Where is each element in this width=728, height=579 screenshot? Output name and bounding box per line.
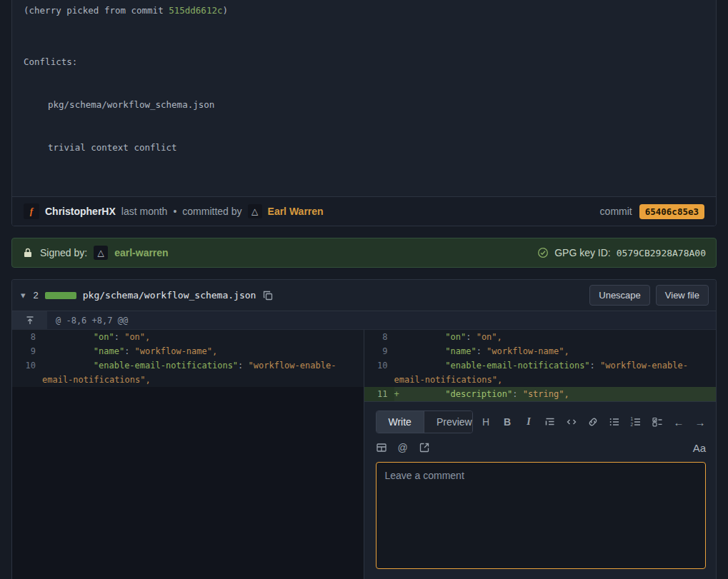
author-name[interactable]: ChristopherHX: [45, 206, 116, 217]
diff-file-box: ▾ 2 pkg/schema/workflow_schema.json Unes…: [11, 279, 717, 579]
file-actions: Unescape View file: [589, 285, 709, 306]
cherry-pick-text: (cherry picked from commit: [24, 5, 169, 16]
commit-box: feat: allow workflow description (#5326)…: [11, 0, 717, 226]
cross-reference-icon: [419, 442, 430, 453]
diff-row: 10 "enable-email-notifications": "workfl…: [12, 358, 364, 387]
diff-left-side: 8 "on": "on", 9 "name": "workflow-name",…: [12, 330, 364, 579]
conflicts-title: Conflicts:: [24, 55, 704, 69]
line-number-new[interactable]: 11: [364, 387, 394, 401]
code-line: "name": "workflow-name",: [42, 344, 364, 358]
diff-row: 9 "name": "workflow-name",: [12, 344, 364, 358]
line-number-new[interactable]: 9: [364, 344, 394, 358]
table-icon: [376, 442, 387, 453]
separator-dot: •: [173, 206, 176, 217]
file-header: ▾ 2 pkg/schema/workflow_schema.json Unes…: [12, 280, 716, 311]
diff-row: 8 "on": "on",: [12, 330, 364, 344]
bullet-list-icon: [609, 416, 620, 428]
italic-button[interactable]: I: [523, 416, 534, 428]
conflicts-note: trivial context conflict: [24, 141, 704, 155]
write-tab[interactable]: Write: [377, 411, 424, 433]
empty-diff-cell: [12, 387, 364, 579]
diff-row-added: 11 + "description": "string",: [364, 387, 717, 401]
signature-bar: Signed by: △ earl-warren GPG key ID: 057…: [11, 238, 717, 268]
commit-message: Otherwise act would reject such workflow…: [12, 0, 716, 196]
gpg-key-value: 0579CB2928A78A00: [617, 248, 706, 258]
diff-row: 8 "on": "on",: [364, 330, 717, 344]
cherry-pick-line: (cherry picked from commit 515dd6612c): [24, 4, 704, 18]
file-changes-count: 2: [34, 290, 39, 301]
code-line: + "description": "string",: [394, 387, 717, 401]
diff-row: 10 "enable-email-notifications": "workfl…: [364, 358, 717, 387]
signer-name[interactable]: earl-warren: [114, 247, 168, 258]
redo-button[interactable]: →: [694, 416, 706, 428]
cherry-pick-close: ): [222, 5, 228, 16]
verified-shield-icon: [537, 247, 549, 258]
mention-button[interactable]: @: [397, 441, 409, 454]
numbered-list-button[interactable]: 12: [630, 416, 642, 428]
undo-button[interactable]: ←: [673, 416, 684, 428]
signer-avatar[interactable]: △: [94, 246, 108, 260]
file-path: pkg/schema/workflow_schema.json: [83, 290, 256, 301]
unescape-button[interactable]: Unescape: [589, 285, 650, 306]
comment-textarea[interactable]: [376, 462, 707, 569]
quote-icon: [544, 416, 556, 428]
editor-tabs: Write Preview: [376, 411, 474, 433]
line-number-new[interactable]: 10: [364, 358, 394, 373]
bullet-list-button[interactable]: [609, 416, 620, 428]
committer-avatar[interactable]: △: [248, 204, 262, 218]
markdown-toolbar: H B I: [480, 416, 706, 428]
collapse-file-icon[interactable]: ▾: [19, 290, 27, 301]
bold-button[interactable]: B: [502, 416, 513, 428]
heading-button[interactable]: H: [480, 416, 492, 428]
expand-hunk-button[interactable]: [12, 311, 47, 329]
line-number-old[interactable]: 9: [12, 344, 42, 358]
line-number-old[interactable]: 8: [12, 330, 42, 344]
diff-right-side: 8 "on": "on", 9 "name": "workflow-name",…: [364, 330, 717, 579]
commit-time: last month: [121, 206, 168, 217]
quote-button[interactable]: [544, 416, 556, 428]
commit-label: commit: [600, 206, 632, 217]
code-line: "on": "on",: [42, 330, 364, 344]
reference-button[interactable]: [419, 441, 430, 454]
preview-tab[interactable]: Preview: [424, 411, 473, 433]
line-number-new[interactable]: 8: [364, 330, 394, 344]
code-icon: [566, 416, 577, 428]
cherry-pick-hash-link[interactable]: 515dd6612c: [169, 5, 222, 16]
link-button[interactable]: [587, 416, 599, 428]
committer-avatar-glyph: △: [251, 206, 258, 216]
text-style-toggle[interactable]: Aa: [693, 442, 706, 454]
view-file-button[interactable]: View file: [656, 285, 709, 306]
file-diff-stat-bar: [45, 292, 76, 299]
editor-top-row: Write Preview H B I: [376, 411, 707, 433]
inline-comment-editor: Write Preview H B I: [364, 401, 717, 579]
table-button[interactable]: [376, 441, 387, 454]
task-list-button[interactable]: [652, 416, 663, 428]
gpg-key-label: GPG key ID:: [554, 247, 611, 258]
commit-sha-badge[interactable]: 65406c85e3: [639, 204, 704, 219]
code-line: "enable-email-notifications": "workflow-…: [42, 358, 364, 387]
link-icon: [587, 416, 599, 428]
code-line: "enable-email-notifications": "workflow-…: [394, 358, 717, 387]
author-avatar-glyph: f: [30, 206, 33, 217]
gpg-info: GPG key ID: 0579CB2928A78A00: [537, 247, 706, 258]
commit-author-bar: f ChristopherHX last month • committed b…: [12, 196, 716, 226]
code-line: "on": "on",: [394, 330, 717, 344]
line-number-old[interactable]: 10: [12, 358, 42, 373]
svg-text:1: 1: [631, 416, 634, 421]
conflicts-file: pkg/schema/workflow_schema.json: [24, 98, 704, 112]
committed-by-label: committed by: [182, 206, 241, 217]
numbered-list-icon: 12: [630, 416, 642, 428]
author-avatar[interactable]: f: [24, 203, 39, 219]
lock-icon: [22, 247, 34, 258]
svg-text:2: 2: [631, 422, 634, 427]
diff-row: 9 "name": "workflow-name",: [364, 344, 717, 358]
committer-name[interactable]: Earl Warren: [268, 206, 324, 217]
code-line: "name": "workflow-name",: [394, 344, 717, 358]
task-list-icon: [652, 416, 663, 428]
copy-path-icon[interactable]: [262, 290, 274, 301]
addition-sign: +: [394, 387, 404, 401]
editor-second-row: @ Aa: [376, 441, 707, 454]
code-button[interactable]: [566, 416, 577, 428]
signed-by-label: Signed by:: [40, 247, 87, 258]
expand-up-icon: [24, 315, 36, 326]
